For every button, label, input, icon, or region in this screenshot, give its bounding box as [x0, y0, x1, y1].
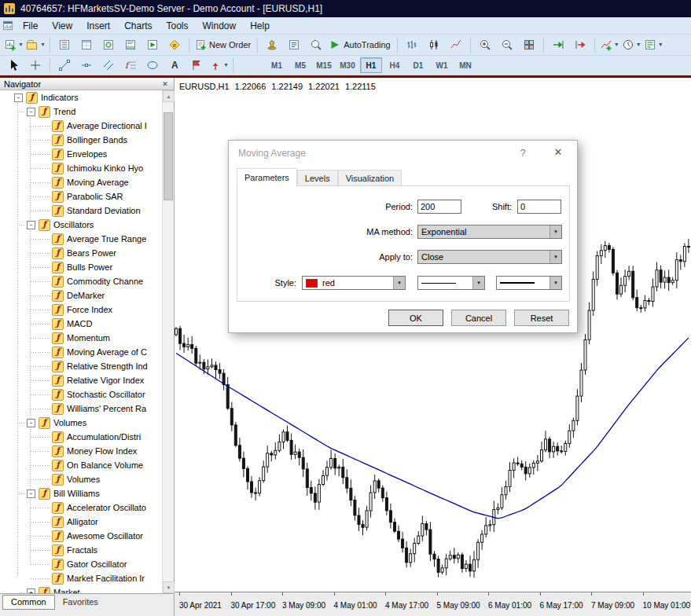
zoom-out-button[interactable] [497, 35, 517, 54]
candlestick-chart-button[interactable] [424, 35, 444, 54]
tree-item-bears-power[interactable]: ƒBears Power [0, 246, 162, 260]
tree-item-volumes[interactable]: ƒVolumes [0, 472, 162, 486]
tree-item-stochastic-oscillator[interactable]: ƒStochastic Oscillator [0, 387, 162, 402]
seal-button[interactable] [262, 35, 282, 54]
cursor-button[interactable] [3, 56, 24, 75]
tree-item-average-directional-i[interactable]: ƒAverage Directional I [0, 119, 162, 133]
new-chart-button[interactable]: ▾ [3, 35, 24, 54]
text-label-button[interactable] [186, 56, 207, 75]
tree-group-bill-williams[interactable]: -ƒBill Williams [0, 486, 162, 500]
tree-group-market[interactable]: +ƒMarket [0, 585, 162, 593]
strategy-tester-button[interactable] [142, 35, 163, 54]
tree-item-envelopes[interactable]: ƒEnvelopes [0, 147, 162, 161]
tree-item-bulls-power[interactable]: ƒBulls Power [0, 260, 162, 274]
scripts-button[interactable] [284, 35, 304, 54]
timeframe-h1[interactable]: H1 [360, 57, 382, 73]
tree-item-gator-oscillator[interactable]: ƒGator Oscillator [0, 557, 162, 571]
bar-chart-button[interactable] [402, 35, 422, 54]
style-color-select[interactable]: red ▾ [302, 276, 406, 290]
profiles-button[interactable]: ▾ [25, 35, 46, 54]
navigator-tab-common[interactable]: Common [2, 595, 55, 610]
chart-shift-button[interactable] [570, 35, 590, 54]
terminal-button[interactable] [120, 35, 141, 54]
arrows-button[interactable]: ▾ [208, 56, 229, 75]
new-order-button[interactable]: New Order [193, 35, 253, 54]
collapse-icon[interactable]: - [27, 490, 35, 498]
ma-method-select[interactable]: Exponential ▾ [417, 225, 562, 239]
search-button[interactable] [306, 35, 326, 54]
line-chart-button[interactable] [446, 35, 466, 54]
data-window-button[interactable] [76, 35, 97, 54]
channel-button[interactable] [98, 56, 119, 75]
collapse-icon[interactable]: - [27, 419, 35, 427]
tree-item-moving-average-of-c[interactable]: ƒMoving Average of C [0, 345, 162, 359]
timeframe-mn[interactable]: MN [454, 57, 476, 73]
tree-item-parabolic-sar[interactable]: ƒParabolic SAR [0, 189, 162, 204]
line-style-select[interactable]: ▾ [417, 276, 485, 290]
line-width-select[interactable]: ▾ [496, 276, 562, 290]
market-watch-button[interactable] [54, 35, 75, 54]
collapse-icon[interactable]: - [14, 94, 23, 102]
tree-group-trend[interactable]: -ƒTrend [0, 104, 162, 119]
horizontal-line-button[interactable] [76, 56, 97, 75]
tree-item-accelerator-oscillato[interactable]: ƒAccelerator Oscillato [0, 500, 162, 515]
tree-item-momentum[interactable]: ƒMomentum [0, 331, 162, 345]
apply-to-select[interactable]: Close ▾ [417, 250, 562, 264]
timeframe-d1[interactable]: D1 [407, 57, 429, 73]
menu-view[interactable]: View [45, 18, 79, 34]
tree-item-demarker[interactable]: ƒDeMarker [0, 288, 162, 302]
navigator-button[interactable] [98, 35, 119, 54]
tab-parameters[interactable]: Parameters [237, 168, 297, 186]
navigator-header[interactable]: Navigator ✕ [0, 78, 174, 90]
scroll-down-icon[interactable]: ▼ [163, 581, 175, 593]
timeframe-w1[interactable]: W1 [431, 57, 453, 73]
tree-item-on-balance-volume[interactable]: ƒOn Balance Volume [0, 458, 162, 472]
fibonacci-button[interactable]: f [120, 56, 141, 75]
menu-tools[interactable]: Tools [160, 18, 196, 34]
cancel-button[interactable]: Cancel [451, 310, 506, 326]
navigator-scrollbar[interactable]: ▲ ▼ [162, 90, 174, 593]
timeframe-m15[interactable]: M15 [313, 57, 335, 73]
tree-item-money-flow-index[interactable]: ƒMoney Flow Index [0, 444, 162, 458]
menu-charts[interactable]: Charts [117, 18, 159, 34]
auto-scroll-button[interactable] [548, 35, 568, 54]
templates-button[interactable]: ▾ [643, 35, 663, 54]
tile-windows-button[interactable] [519, 35, 539, 54]
tree-item-force-index[interactable]: ƒForce Index [0, 302, 162, 317]
navigator-tab-favorites[interactable]: Favorites [55, 596, 106, 608]
tab-levels[interactable]: Levels [297, 170, 338, 185]
tree-group-oscillators[interactable]: -ƒOscillators [0, 218, 162, 232]
ok-button[interactable]: OK [388, 310, 443, 326]
timeframe-h4[interactable]: H4 [384, 57, 406, 73]
tree-item-relative-strength-ind[interactable]: ƒRelative Strength Ind [0, 359, 162, 373]
collapse-icon[interactable]: - [27, 221, 35, 229]
time-axis[interactable]: 30 Apr 202130 Apr 17:003 May 09:004 May … [175, 592, 691, 616]
tree-item-williams-percent-ra[interactable]: ƒWilliams' Percent Ra [0, 402, 162, 416]
autotrading-button[interactable]: AutoTrading [328, 35, 393, 54]
crosshair-button[interactable] [25, 56, 46, 75]
tree-item-standard-deviation[interactable]: ƒStandard Deviation [0, 204, 162, 218]
timeframe-m30[interactable]: M30 [336, 57, 358, 73]
timeframe-m5[interactable]: M5 [289, 57, 311, 73]
tree-item-awesome-oscillator[interactable]: ƒAwesome Oscillator [0, 529, 162, 543]
scroll-up-icon[interactable]: ▲ [163, 90, 175, 102]
close-icon[interactable]: ✕ [160, 80, 170, 88]
tree-group-volumes[interactable]: -ƒVolumes [0, 416, 162, 430]
chart-window-icon[interactable] [2, 20, 14, 31]
metaeditor-button[interactable]: e [164, 35, 185, 54]
menu-insert[interactable]: Insert [79, 18, 117, 34]
menu-file[interactable]: File [16, 18, 45, 34]
tree-item-average-true-range[interactable]: ƒAverage True Range [0, 232, 162, 246]
periods-button[interactable]: ▾ [621, 35, 641, 54]
tree-item-macd[interactable]: ƒMACD [0, 317, 162, 331]
scrollbar-thumb[interactable] [164, 112, 173, 200]
tree-item-accumulation-distri[interactable]: ƒAccumulation/Distri [0, 430, 162, 444]
tree-item-bollinger-bands[interactable]: ƒBollinger Bands [0, 133, 162, 147]
shift-input[interactable] [517, 200, 561, 214]
menu-window[interactable]: Window [196, 18, 244, 34]
reset-button[interactable]: Reset [514, 310, 569, 326]
zoom-in-button[interactable] [475, 35, 495, 54]
tree-item-commodity-channe[interactable]: ƒCommodity Channe [0, 274, 162, 288]
collapse-icon[interactable]: - [27, 108, 35, 116]
tree-group-indicators[interactable]: -ƒIndicators [0, 90, 162, 104]
